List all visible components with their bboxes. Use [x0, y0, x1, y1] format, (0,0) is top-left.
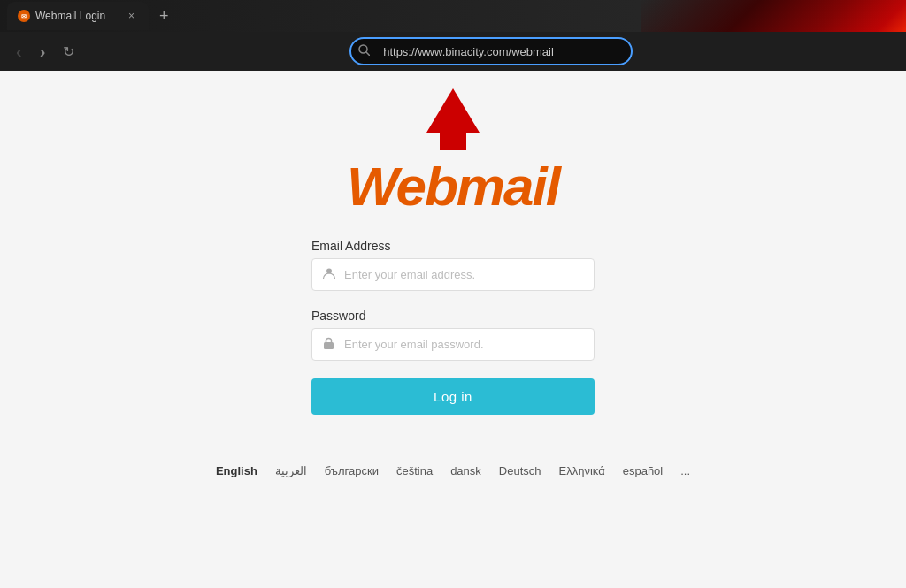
url-input[interactable] — [380, 45, 620, 58]
browser-chrome: ✉ Webmail Login × + ‹ › ↻ — [0, 0, 906, 71]
new-tab-button[interactable]: + — [152, 7, 176, 26]
lang-czech[interactable]: čeština — [396, 464, 433, 477]
arrow-up-icon — [426, 88, 480, 150]
lang-arabic[interactable]: العربية — [275, 464, 307, 477]
lang-greek[interactable]: Ελληνικά — [559, 464, 605, 477]
lock-icon — [322, 336, 335, 353]
back-button[interactable]: ‹ — [11, 38, 27, 65]
lang-more[interactable]: ... — [680, 464, 690, 477]
page-content-area: Webmail Email Address Pa — [0, 71, 906, 588]
browser-window: ✉ Webmail Login × + ‹ › ↻ — [0, 0, 906, 588]
search-icon — [358, 44, 370, 58]
language-bar: English العربية български čeština dansk … — [198, 450, 708, 492]
email-label: Email Address — [311, 239, 595, 253]
active-tab[interactable]: ✉ Webmail Login × — [7, 2, 149, 30]
user-icon — [322, 266, 336, 283]
email-input-wrapper — [311, 258, 595, 291]
lang-spanish[interactable]: español — [623, 464, 664, 477]
tab-close-button[interactable]: × — [125, 8, 138, 24]
login-button[interactable]: Log in — [311, 378, 595, 415]
password-label: Password — [311, 309, 595, 323]
nav-bar: ‹ › ↻ — [0, 32, 906, 71]
lang-danish[interactable]: dansk — [450, 464, 481, 477]
forward-button[interactable]: › — [35, 38, 51, 65]
svg-text:✉: ✉ — [21, 13, 27, 19]
tab-bar: ✉ Webmail Login × + — [0, 0, 906, 32]
webmail-logo: Webmail — [347, 159, 559, 214]
tab-title: Webmail Login — [35, 10, 119, 22]
email-input[interactable] — [311, 258, 595, 291]
password-form-group: Password — [311, 309, 595, 361]
lang-german[interactable]: Deutsch — [499, 464, 541, 477]
password-input[interactable] — [311, 328, 595, 361]
tab-favicon: ✉ — [18, 10, 30, 22]
refresh-button[interactable]: ↻ — [58, 40, 80, 64]
svg-line-3 — [366, 52, 370, 56]
address-bar-container — [349, 37, 633, 65]
lang-english[interactable]: English — [216, 464, 257, 477]
email-form-group: Email Address — [311, 239, 595, 291]
address-bar-wrapper — [349, 37, 633, 65]
password-input-wrapper — [311, 328, 595, 361]
arrow-indicator — [426, 71, 480, 159]
svg-rect-5 — [324, 342, 334, 349]
lang-bulgarian[interactable]: български — [325, 464, 379, 477]
login-form: Email Address Password — [311, 239, 595, 415]
